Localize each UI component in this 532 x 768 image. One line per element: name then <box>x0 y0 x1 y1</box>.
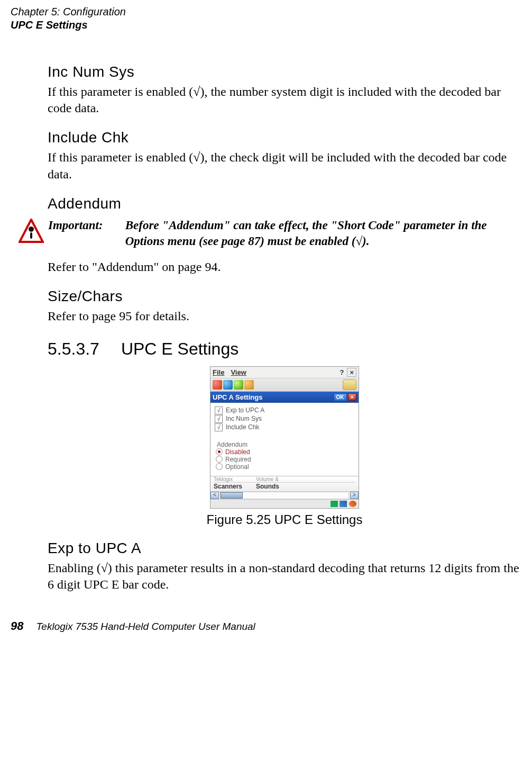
section-number: 5.5.3.7 <box>48 339 116 359</box>
svg-point-1 <box>29 227 34 232</box>
close-window-button[interactable]: × <box>348 393 356 401</box>
important-label: Important: <box>48 218 122 233</box>
addendum-group-label: Addendum <box>215 441 356 448</box>
radio-row[interactable]: Required <box>216 456 356 463</box>
heading-addendum: Addendum <box>48 195 521 212</box>
radio-label: Disabled <box>225 448 250 456</box>
chapter-line: Chapter 5: Configuration <box>11 5 521 19</box>
para-inc-num-sys: If this parameter is enabled (√), the nu… <box>48 84 521 116</box>
heading-exp-to-upc-a: Exp to UPC A <box>48 540 521 557</box>
radio-label: Optional <box>225 463 249 471</box>
radio-label: Required <box>225 456 251 463</box>
heading-include-chk: Include Chk <box>48 129 521 146</box>
checkbox-label: Include Chk <box>226 423 259 431</box>
help-icon[interactable]: ? <box>340 368 344 376</box>
close-button[interactable]: × <box>347 368 356 377</box>
heading-inc-num-sys: Inc Num Sys <box>48 64 521 80</box>
important-message: Before "Addendum" can take effect, the "… <box>125 218 506 249</box>
para-include-chk: If this parameter is enabled (√), the ch… <box>48 149 521 182</box>
warning-icon <box>19 219 44 244</box>
radio-row[interactable]: Optional <box>216 463 356 471</box>
bottom-label[interactable]: Sounds <box>256 483 298 490</box>
para-addendum-ref: Refer to "Addendum" on page 94. <box>48 259 521 275</box>
menu-view[interactable]: View <box>231 368 246 376</box>
footer-title: Teklogix 7535 Hand-Held Computer User Ma… <box>36 621 255 633</box>
para-size-chars: Refer to page 95 for details. <box>48 308 521 324</box>
window-title: UPC A Settings <box>213 393 334 401</box>
bottom-label: Volume & <box>256 476 298 482</box>
section-title: UPC E Settings <box>121 339 239 358</box>
status-icon <box>331 501 338 507</box>
toolbar-icon[interactable] <box>234 380 243 390</box>
section-heading: 5.5.3.7 UPC E Settings <box>48 339 521 359</box>
checkbox-icon[interactable]: √ <box>215 423 223 431</box>
radio-icon[interactable] <box>216 448 223 455</box>
toolbar-icon[interactable] <box>244 380 254 390</box>
scroll-right-button[interactable]: > <box>350 492 359 499</box>
page-number: 98 <box>11 619 23 633</box>
radio-icon[interactable] <box>216 463 223 470</box>
checkbox-icon[interactable]: √ <box>215 406 223 414</box>
heading-size-chars: Size/Chars <box>48 288 521 305</box>
checkbox-row[interactable]: √ Exp to UPC A <box>215 406 356 414</box>
scroll-left-button[interactable]: < <box>210 492 219 499</box>
checkbox-icon[interactable]: √ <box>215 415 223 423</box>
scrollbar-thumb[interactable] <box>221 492 243 499</box>
toolbar-keyboard-icon[interactable] <box>343 380 356 390</box>
ok-button[interactable]: OK <box>334 393 347 401</box>
bottom-label: Teklogix <box>214 476 256 482</box>
checkbox-label: Inc Num Sys <box>226 415 262 422</box>
status-icon <box>340 501 347 507</box>
toolbar-icon[interactable] <box>223 380 233 390</box>
bottom-label[interactable]: Scanners <box>214 483 256 490</box>
svg-rect-2 <box>30 232 32 239</box>
header-section: UPC E Settings <box>11 19 521 32</box>
figure-caption: Figure 5.25 UPC E Settings <box>48 512 521 527</box>
checkbox-row[interactable]: √ Inc Num Sys <box>215 415 356 423</box>
menu-file[interactable]: File <box>213 368 224 376</box>
checkbox-row[interactable]: √ Include Chk <box>215 423 356 431</box>
device-screenshot: File View ? × UPC A Settings OK × <box>210 366 359 509</box>
toolbar-icon[interactable] <box>213 380 222 390</box>
status-icon <box>349 501 356 507</box>
checkbox-label: Exp to UPC A <box>226 406 264 414</box>
radio-icon[interactable] <box>216 456 223 463</box>
para-exp-to-upc-a: Enabling (√) this parameter results in a… <box>48 560 521 593</box>
radio-row[interactable]: Disabled <box>216 448 356 456</box>
